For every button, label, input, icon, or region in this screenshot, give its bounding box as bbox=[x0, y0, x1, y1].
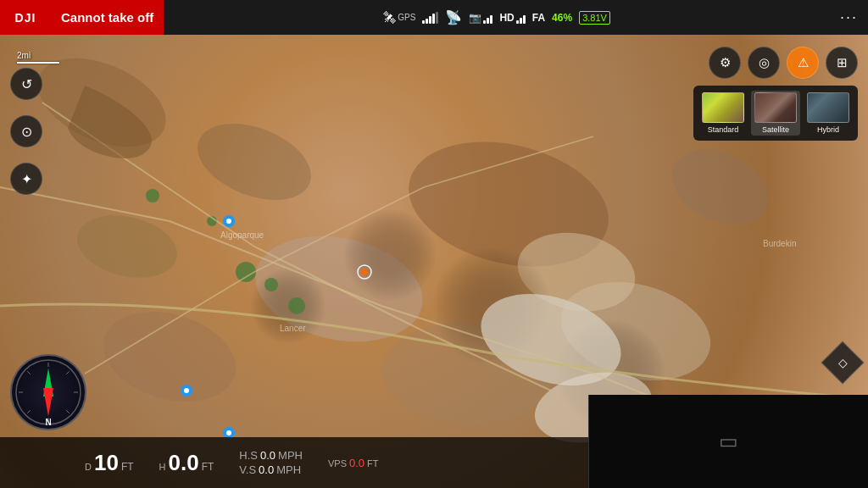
camera-signal: 📷 bbox=[469, 12, 492, 24]
status-icons: 🛰 GPS 📡 📷 bbox=[164, 9, 830, 25]
target-icon: ◎ bbox=[759, 55, 770, 70]
hs-unit: MPH bbox=[278, 449, 303, 462]
video-placeholder-icon: ▭ bbox=[719, 430, 738, 453]
hs-value: 0.0 bbox=[260, 449, 275, 462]
connection-warning-icon: 📡 bbox=[445, 9, 462, 25]
signal-1-status bbox=[422, 12, 438, 24]
fa-status: FA bbox=[532, 12, 545, 24]
height-unit: FT bbox=[202, 461, 214, 473]
satellite-thumb bbox=[754, 92, 797, 123]
warning-button[interactable]: ⚠ bbox=[787, 47, 819, 79]
camera-icon: 📷 bbox=[469, 12, 481, 24]
gps-status: 🛰 GPS bbox=[383, 10, 415, 25]
battery-volt-value: 3.81V bbox=[579, 11, 610, 25]
battery-voltage: 3.81V bbox=[579, 11, 610, 25]
settings-icon: ⚙ bbox=[720, 55, 731, 70]
distance-stat: D 10 FT bbox=[85, 452, 134, 474]
bar5 bbox=[436, 12, 438, 24]
home-point-button[interactable]: ⊙ bbox=[10, 115, 42, 147]
map-type-satellite[interactable]: Satellite bbox=[751, 91, 800, 136]
dji-logo: DJI bbox=[0, 0, 51, 35]
hs-stat: H.S 0.0 MPH bbox=[239, 449, 303, 462]
vps-label: VPS bbox=[328, 458, 347, 469]
distance-label: D bbox=[85, 462, 92, 472]
hd-bars bbox=[516, 12, 526, 24]
bar2 bbox=[426, 19, 428, 24]
standard-thumb bbox=[702, 92, 744, 123]
vs-label: V.S bbox=[239, 463, 256, 476]
home-icon: ⊙ bbox=[21, 124, 32, 140]
scale-label: 2mi bbox=[17, 51, 31, 60]
header-bar: DJI Cannot take off 🛰 GPS bbox=[0, 0, 868, 35]
height-label: H bbox=[159, 462, 166, 472]
scale-bar: 2mi bbox=[17, 51, 59, 64]
map-icon-buttons-row: ⚙ ◎ ⚠ ⊞ bbox=[709, 47, 858, 79]
camera-bars bbox=[483, 12, 492, 24]
right-controls: ⚙ ◎ ⚠ ⊞ Standard Satellite bbox=[693, 47, 858, 141]
distance-unit: FT bbox=[121, 461, 134, 473]
gps-icon: 🛰 bbox=[383, 10, 396, 25]
signal-bars-1 bbox=[422, 12, 438, 24]
bar4 bbox=[432, 14, 435, 24]
vps-stat: VPS 0.0 FT bbox=[328, 457, 379, 469]
layers-button[interactable]: ⊞ bbox=[826, 47, 858, 79]
bar1 bbox=[422, 20, 425, 24]
app-container: DJI Cannot take off 🛰 GPS bbox=[0, 0, 868, 488]
battery-pct-value: 46% bbox=[552, 12, 572, 24]
standard-label: Standard bbox=[708, 125, 739, 134]
diamond-icon: ◇ bbox=[838, 356, 848, 369]
hd-status: HD bbox=[499, 12, 525, 24]
sub-stats: H.S 0.0 MPH V.S 0.0 MPH bbox=[239, 449, 303, 476]
fa-label: FA bbox=[532, 12, 545, 24]
target-button[interactable]: ◎ bbox=[748, 47, 780, 79]
compass-canvas bbox=[12, 356, 85, 429]
drone-icon: ✦ bbox=[21, 171, 32, 187]
vps-unit: FT bbox=[367, 458, 378, 469]
map-type-selector: Standard Satellite Hybrid bbox=[693, 86, 858, 141]
recenter-icon: ↺ bbox=[21, 76, 32, 92]
hd-label: HD bbox=[499, 12, 514, 24]
settings-map-button[interactable]: ⚙ bbox=[709, 47, 741, 79]
more-options-button[interactable]: ··· bbox=[830, 8, 868, 26]
hybrid-thumb bbox=[807, 92, 849, 123]
vps-value: 0.0 bbox=[349, 457, 364, 469]
scale-bar-line bbox=[17, 62, 59, 64]
satellite-label: Satellite bbox=[762, 125, 789, 134]
connection-warning: 📡 bbox=[445, 9, 462, 25]
vs-unit: MPH bbox=[276, 463, 301, 476]
hs-label: H.S bbox=[239, 449, 258, 462]
recenter-button[interactable]: ↺ bbox=[10, 68, 42, 100]
vs-stat: V.S 0.0 MPH bbox=[239, 463, 303, 476]
map-type-standard[interactable]: Standard bbox=[698, 91, 748, 136]
drone-position-button[interactable]: ✦ bbox=[10, 163, 42, 195]
layers-icon: ⊞ bbox=[837, 55, 848, 70]
distance-value: 10 bbox=[94, 452, 119, 474]
hybrid-label: Hybrid bbox=[817, 125, 839, 134]
compass-widget bbox=[10, 354, 86, 430]
bottom-status-bar: D 10 FT H 0.0 FT H.S 0.0 MPH V.S 0.0 MPH bbox=[0, 437, 588, 488]
bar3 bbox=[429, 16, 431, 24]
video-feed-panel[interactable]: ▭ bbox=[588, 395, 868, 488]
height-stat: H 0.0 FT bbox=[159, 452, 214, 474]
height-value: 0.0 bbox=[169, 452, 199, 474]
vs-value: 0.0 bbox=[259, 463, 274, 476]
warning-map-icon: ⚠ bbox=[798, 55, 809, 70]
battery-percent: 46% bbox=[552, 12, 572, 24]
compass-circle bbox=[10, 354, 86, 430]
warning-bar: Cannot take off bbox=[51, 0, 164, 35]
map-type-hybrid[interactable]: Hybrid bbox=[804, 91, 853, 136]
left-controls: ↺ ⊙ ✦ bbox=[10, 68, 42, 195]
warning-text: Cannot take off bbox=[61, 10, 153, 25]
